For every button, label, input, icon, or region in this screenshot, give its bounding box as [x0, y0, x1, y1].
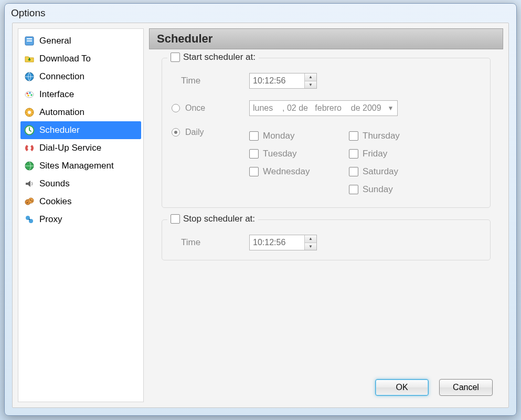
stop-time-spinner[interactable]: ▲ ▼	[304, 235, 316, 250]
sidebar-item-label: Sites Management	[39, 160, 114, 172]
options-dialog: Options General Download To Connectio	[4, 3, 517, 416]
day-label: Wednesday	[263, 166, 310, 177]
cancel-button-label: Cancel	[453, 383, 479, 392]
ok-button[interactable]: OK	[375, 379, 429, 396]
day-thursday-checkbox[interactable]	[349, 131, 358, 141]
once-date-value: lunes , 02 de febrero de 2009	[253, 103, 381, 113]
sidebar-item-automation[interactable]: Automation	[20, 103, 141, 121]
day-wednesday-checkbox[interactable]	[249, 167, 259, 176]
svg-point-6	[29, 92, 31, 94]
titlebar[interactable]: Options	[5, 4, 516, 23]
start-time-input[interactable]	[250, 74, 304, 88]
sounds-icon	[24, 178, 35, 190]
sidebar-item-label: Proxy	[39, 214, 62, 225]
svg-rect-1	[27, 38, 32, 39]
day-label: Friday	[363, 149, 387, 159]
spinner-up-icon[interactable]: ▲	[305, 235, 316, 243]
sidebar-item-dialup[interactable]: Dial-Up Service	[20, 139, 141, 157]
day-friday: Friday	[349, 145, 433, 162]
day-sunday: Sunday	[349, 181, 433, 198]
sidebar-item-sites[interactable]: Sites Management	[20, 157, 141, 175]
stop-time-input[interactable]	[250, 235, 304, 250]
sidebar-item-sounds[interactable]: Sounds	[20, 175, 141, 193]
svg-point-17	[27, 202, 28, 203]
automation-icon	[24, 107, 35, 118]
start-time-field[interactable]: ▲ ▼	[249, 73, 317, 89]
window-title: Options	[11, 7, 45, 19]
sidebar-item-label: Download To	[39, 53, 91, 65]
sidebar-item-label: Connection	[39, 71, 84, 82]
sidebar-item-label: General	[39, 35, 71, 47]
day-label: Thursday	[363, 131, 400, 141]
day-monday-checkbox[interactable]	[249, 131, 259, 141]
start-scheduler-group: Start scheduler at: Time ▲ ▼	[162, 58, 491, 208]
cancel-button[interactable]: Cancel	[439, 379, 493, 396]
spinner-down-icon[interactable]: ▼	[305, 243, 316, 250]
once-date-field[interactable]: lunes , 02 de febrero de 2009 ▼	[249, 100, 398, 116]
start-time-spinner[interactable]: ▲ ▼	[304, 74, 316, 88]
stop-time-field[interactable]: ▲ ▼	[249, 235, 317, 250]
scheduler-icon	[24, 124, 35, 136]
dialup-icon	[24, 142, 35, 154]
start-scheduler-checkbox[interactable]	[171, 52, 180, 62]
proxy-icon	[24, 214, 35, 225]
day-tuesday-checkbox[interactable]	[249, 149, 259, 159]
panel: Scheduler Start scheduler at: Time ▲	[149, 28, 503, 402]
sidebar-item-label: Automation	[39, 107, 84, 118]
start-time-label: Time	[181, 76, 239, 86]
mode-once-label: Once	[185, 103, 205, 113]
day-wednesday: Wednesday	[249, 163, 333, 180]
day-thursday: Thursday	[349, 128, 433, 144]
mode-daily-label: Daily	[185, 128, 204, 137]
sidebar-item-label: Cookies	[39, 196, 71, 207]
days-grid: Monday Tuesday Wednesday	[249, 128, 433, 198]
sidebar-item-general[interactable]: General	[20, 32, 141, 50]
start-scheduler-label: Start scheduler at:	[183, 52, 256, 62]
chevron-down-icon: ▼	[385, 104, 394, 112]
svg-point-5	[26, 92, 28, 94]
svg-point-14	[28, 198, 34, 203]
day-label: Monday	[263, 131, 294, 141]
start-scheduler-legend: Start scheduler at:	[167, 52, 259, 62]
day-friday-checkbox[interactable]	[349, 149, 358, 159]
stop-time-label: Time	[181, 237, 239, 248]
stop-scheduler-checkbox[interactable]	[171, 214, 180, 224]
category-sidebar: General Download To Connection Interface	[18, 28, 144, 402]
sidebar-item-cookies[interactable]: Cookies	[20, 193, 141, 211]
interface-icon	[24, 89, 35, 100]
download-icon	[24, 53, 35, 65]
panel-body: Start scheduler at: Time ▲ ▼	[149, 49, 503, 375]
day-label: Tuesday	[263, 149, 297, 159]
sidebar-item-label: Sounds	[39, 178, 70, 190]
general-icon	[24, 35, 35, 47]
day-label: Sunday	[363, 184, 393, 195]
spinner-up-icon[interactable]: ▲	[305, 74, 316, 81]
day-tuesday: Tuesday	[249, 145, 333, 162]
day-sunday-checkbox[interactable]	[349, 185, 358, 194]
cookies-icon	[24, 196, 35, 207]
svg-point-10	[28, 111, 31, 114]
svg-point-15	[30, 200, 31, 201]
svg-rect-2	[27, 40, 32, 41]
stop-scheduler-group: Stop scheduler at: Time ▲ ▼	[162, 219, 491, 260]
sidebar-item-download-to[interactable]: Download To	[20, 50, 141, 68]
spinner-down-icon[interactable]: ▼	[305, 81, 316, 89]
dialog-footer: OK Cancel	[149, 375, 503, 402]
sidebar-item-label: Interface	[39, 89, 74, 100]
sidebar-item-scheduler[interactable]: Scheduler	[20, 121, 141, 139]
stop-scheduler-legend: Stop scheduler at:	[167, 214, 258, 224]
day-saturday-checkbox[interactable]	[349, 167, 358, 176]
sidebar-item-connection[interactable]: Connection	[20, 68, 141, 86]
connection-icon	[24, 71, 35, 82]
sidebar-item-proxy[interactable]: Proxy	[20, 211, 141, 228]
sites-icon	[24, 160, 35, 172]
day-label: Saturday	[363, 166, 398, 177]
svg-point-8	[27, 94, 29, 97]
mode-once-radio[interactable]	[172, 104, 180, 112]
day-monday: Monday	[249, 128, 333, 144]
dialog-body: General Download To Connection Interface	[12, 23, 509, 408]
sidebar-item-interface[interactable]: Interface	[20, 86, 141, 103]
svg-point-16	[31, 201, 33, 202]
sidebar-item-label: Scheduler	[39, 124, 80, 136]
mode-daily-radio[interactable]	[172, 128, 180, 136]
